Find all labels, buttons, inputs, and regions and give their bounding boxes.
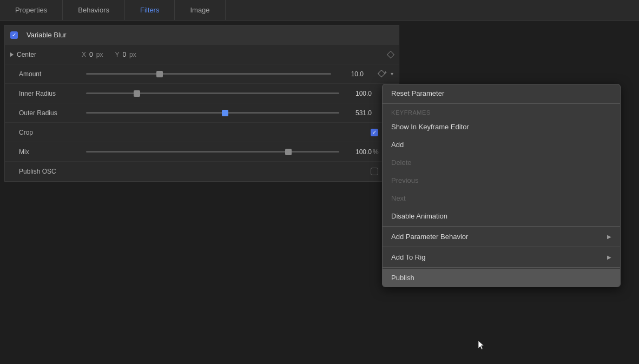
filter-title: Variable Blur [27, 31, 66, 39]
properties-panel: Variable Blur Center X 0 px Y 0 px Amoun… [4, 25, 399, 182]
mix-thumb[interactable] [285, 149, 292, 155]
menu-item-add-to-rig[interactable]: Add To Rig ▶ [383, 248, 620, 266]
add-param-behavior-arrow: ▶ [607, 234, 611, 240]
menu-item-add-param-behavior[interactable]: Add Parameter Behavior ▶ [383, 228, 620, 246]
menu-item-next: Next [383, 189, 620, 207]
outer-radius-value: 531.0 [345, 109, 372, 117]
inner-radius-thumb[interactable] [134, 90, 140, 97]
filter-enabled-checkbox[interactable] [10, 31, 18, 39]
menu-item-previous: Previous [383, 171, 620, 189]
tab-filters[interactable]: Filters [125, 0, 175, 20]
add-to-rig-arrow: ▶ [607, 254, 611, 260]
amount-slider[interactable] [86, 73, 331, 75]
outer-radius-label: Outer Radius [10, 109, 81, 117]
outer-radius-thumb[interactable] [222, 110, 228, 116]
expand-center-icon[interactable] [10, 52, 14, 57]
menu-item-publish[interactable]: Publish [383, 269, 620, 287]
menu-item-reset-parameter[interactable]: Reset Parameter [383, 84, 620, 102]
menu-header-keyframes: KEYFRAMES [383, 105, 620, 118]
amount-slider-thumb[interactable] [156, 71, 163, 77]
menu-divider-1 [383, 103, 620, 104]
crop-checkbox[interactable] [371, 129, 378, 136]
tab-image[interactable]: Image [175, 0, 225, 20]
inner-radius-value: 100.0 [345, 90, 372, 97]
menu-item-show-keyframe-editor[interactable]: Show In Keyframe Editor [383, 118, 620, 136]
prop-row-publish-osc: Publish OSC [5, 162, 399, 181]
outer-radius-slider[interactable] [86, 112, 339, 114]
menu-item-add[interactable]: Add [383, 136, 620, 154]
menu-divider-4 [383, 267, 620, 268]
prop-row-outer-radius: Outer Radius 531.0 [5, 103, 399, 123]
crop-label: Crop [10, 129, 81, 136]
amount-keyframe-icon[interactable]: + [379, 70, 388, 78]
prop-row-center: Center X 0 px Y 0 px [5, 45, 399, 64]
context-menu: Reset Parameter KEYFRAMES Show In Keyfra… [382, 84, 621, 287]
prop-row-amount: Amount 10.0 + ▾ [5, 64, 399, 84]
publish-osc-checkbox[interactable] [371, 168, 378, 175]
center-keyframe-diamond[interactable] [387, 50, 394, 58]
tabs-bar: Properties Behaviors Filters Image [0, 0, 639, 21]
prop-row-mix: Mix 100.0 % [5, 142, 399, 162]
prop-row-crop: Crop [5, 123, 399, 142]
amount-label: Amount [10, 70, 81, 78]
amount-dropdown-arrow[interactable]: ▾ [391, 71, 393, 77]
inner-radius-slider[interactable] [86, 92, 339, 94]
tab-behaviors[interactable]: Behaviors [63, 0, 125, 20]
menu-divider-3 [383, 247, 620, 247]
center-label: Center [17, 51, 82, 58]
menu-item-disable-animation[interactable]: Disable Animation [383, 207, 620, 225]
filter-header-row: Variable Blur [5, 25, 399, 45]
inner-radius-label: Inner Radius [10, 90, 81, 97]
amount-value: 10.0 [337, 70, 364, 78]
center-coords: X 0 px Y 0 px [82, 51, 384, 58]
mouse-cursor [476, 340, 487, 350]
menu-divider-2 [383, 226, 620, 227]
publish-osc-label: Publish OSC [10, 168, 81, 175]
menu-item-delete: Delete [383, 154, 620, 171]
mix-slider[interactable] [86, 151, 339, 153]
mix-label: Mix [10, 148, 81, 156]
mix-value: 100.0 [345, 148, 372, 156]
prop-row-inner-radius: Inner Radius 100.0 [5, 84, 399, 103]
tab-properties[interactable]: Properties [0, 0, 63, 20]
